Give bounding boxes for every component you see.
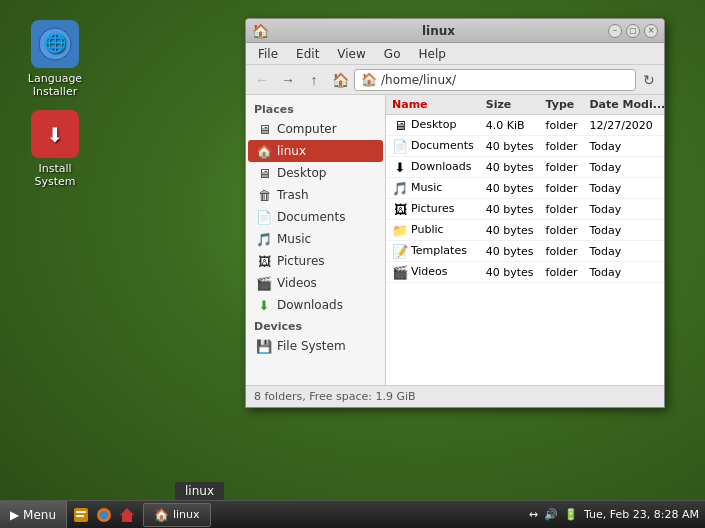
- col-size[interactable]: Size: [480, 95, 540, 115]
- sidebar-item-music[interactable]: 🎵 Music: [248, 228, 383, 250]
- taskbar-app-linux[interactable]: 🏠 linux: [143, 503, 211, 527]
- maximize-button[interactable]: □: [626, 24, 640, 38]
- file-icon: ⬇: [392, 159, 408, 175]
- file-size: 40 bytes: [480, 262, 540, 283]
- sidebar-item-linux-label: linux: [277, 144, 306, 158]
- taskbar-icon-home[interactable]: [117, 505, 137, 525]
- taskbar-icon-files[interactable]: [71, 505, 91, 525]
- file-date: Today: [583, 220, 664, 241]
- taskbar-icon-firefox[interactable]: [94, 505, 114, 525]
- file-type: folder: [540, 115, 584, 136]
- taskbar-menu-button[interactable]: ▶ Menu: [0, 501, 67, 528]
- file-icon: 🎵: [392, 180, 408, 196]
- taskbar-quick-launch: [67, 505, 141, 525]
- file-type: folder: [540, 178, 584, 199]
- minimize-button[interactable]: –: [608, 24, 622, 38]
- col-name[interactable]: Name: [386, 95, 480, 115]
- file-name: Downloads: [411, 160, 471, 173]
- up-button[interactable]: ↑: [302, 68, 326, 92]
- file-size: 40 bytes: [480, 241, 540, 262]
- table-row[interactable]: 📄Documents 40 bytes folder Today: [386, 136, 664, 157]
- sidebar-section-places: Places: [246, 99, 385, 118]
- desktop-icon-install-system-label: Install System: [34, 162, 75, 188]
- sidebar-item-downloads-label: Downloads: [277, 298, 343, 312]
- sidebar-item-desktop[interactable]: 🖥 Desktop: [248, 162, 383, 184]
- file-icon: 🖥: [392, 117, 408, 133]
- sidebar-item-filesystem[interactable]: 💾 File System: [248, 335, 383, 357]
- computer-icon: 🖥: [256, 121, 272, 137]
- file-size: 40 bytes: [480, 136, 540, 157]
- videos-icon: 🎬: [256, 275, 272, 291]
- address-home-icon: 🏠: [361, 72, 377, 87]
- menu-go[interactable]: Go: [376, 45, 409, 63]
- file-date: Today: [583, 241, 664, 262]
- table-row[interactable]: ⬇Downloads 40 bytes folder Today: [386, 157, 664, 178]
- toolbar: ← → ↑ 🏠 🏠 /home/linux/ ↻: [246, 65, 664, 95]
- file-type: folder: [540, 199, 584, 220]
- window-title: linux: [269, 24, 608, 38]
- window-controls: – □ ×: [608, 24, 658, 38]
- table-row[interactable]: 🖼Pictures 40 bytes folder Today: [386, 199, 664, 220]
- sidebar-item-trash[interactable]: 🗑 Trash: [248, 184, 383, 206]
- file-size: 40 bytes: [480, 220, 540, 241]
- back-button[interactable]: ←: [250, 68, 274, 92]
- table-row[interactable]: 📝Templates 40 bytes folder Today: [386, 241, 664, 262]
- file-name: Music: [411, 181, 442, 194]
- svg-point-8: [100, 511, 108, 519]
- svg-rect-6: [76, 515, 84, 517]
- reload-button[interactable]: ↻: [638, 69, 660, 91]
- taskbar-tooltip: linux: [175, 482, 224, 500]
- sidebar-item-documents[interactable]: 📄 Documents: [248, 206, 383, 228]
- table-row[interactable]: 📁Public 40 bytes folder Today: [386, 220, 664, 241]
- col-date[interactable]: Date Modi...: [583, 95, 664, 115]
- file-icon: 📝: [392, 243, 408, 259]
- table-row[interactable]: 🎬Videos 40 bytes folder Today: [386, 262, 664, 283]
- close-button[interactable]: ×: [644, 24, 658, 38]
- menu-file[interactable]: File: [250, 45, 286, 63]
- taskbar-battery-icon: 🔋: [564, 508, 578, 521]
- file-icon: 🎬: [392, 264, 408, 280]
- file-type: folder: [540, 157, 584, 178]
- home-icon: 🏠: [256, 143, 272, 159]
- svg-marker-9: [120, 508, 134, 522]
- desktop-icon-language-installer[interactable]: 🌐 Language Installer: [20, 20, 90, 98]
- statusbar: 8 folders, Free space: 1.9 GiB: [246, 385, 664, 407]
- desktop: 🌐 Language Installer ⬇ Install System 🏠 …: [0, 0, 705, 528]
- desktop-icon-install-system[interactable]: ⬇ Install System: [20, 110, 90, 188]
- content-area: Places 🖥 Computer 🏠 linux 🖥 Desktop 🗑 Tr…: [246, 95, 664, 385]
- file-name: Desktop: [411, 118, 456, 131]
- file-type: folder: [540, 262, 584, 283]
- downloads-icon: ⬇: [256, 297, 272, 313]
- file-icon: 📄: [392, 138, 408, 154]
- file-name: Public: [411, 223, 444, 236]
- window-titlebar: 🏠 linux – □ ×: [246, 19, 664, 43]
- pictures-icon: 🖼: [256, 253, 272, 269]
- sidebar-item-documents-label: Documents: [277, 210, 345, 224]
- file-date: 12/27/2020: [583, 115, 664, 136]
- forward-button[interactable]: →: [276, 68, 300, 92]
- file-size: 4.0 KiB: [480, 115, 540, 136]
- menu-view[interactable]: View: [329, 45, 373, 63]
- taskbar-volume-icon: 🔊: [544, 508, 558, 521]
- svg-rect-5: [76, 511, 86, 513]
- sidebar-item-videos[interactable]: 🎬 Videos: [248, 272, 383, 294]
- table-row[interactable]: 🖥Desktop 4.0 KiB folder 12/27/2020: [386, 115, 664, 136]
- file-icon: 📁: [392, 222, 408, 238]
- sidebar-item-computer[interactable]: 🖥 Computer: [248, 118, 383, 140]
- svg-text:⬇: ⬇: [47, 123, 64, 147]
- table-row[interactable]: 🎵Music 40 bytes folder Today: [386, 178, 664, 199]
- sidebar-item-trash-label: Trash: [277, 188, 309, 202]
- sidebar-item-downloads[interactable]: ⬇ Downloads: [248, 294, 383, 316]
- sidebar-item-linux[interactable]: 🏠 linux: [248, 140, 383, 162]
- home-button[interactable]: 🏠: [328, 68, 352, 92]
- sidebar-item-pictures[interactable]: 🖼 Pictures: [248, 250, 383, 272]
- menu-edit[interactable]: Edit: [288, 45, 327, 63]
- sidebar-item-pictures-label: Pictures: [277, 254, 325, 268]
- file-type: folder: [540, 136, 584, 157]
- menu-help[interactable]: Help: [410, 45, 453, 63]
- file-size: 40 bytes: [480, 199, 540, 220]
- col-type[interactable]: Type: [540, 95, 584, 115]
- file-table: Name Size Type Date Modi... 🖥Desktop 4.0…: [386, 95, 664, 283]
- filesystem-icon: 💾: [256, 338, 272, 354]
- music-icon: 🎵: [256, 231, 272, 247]
